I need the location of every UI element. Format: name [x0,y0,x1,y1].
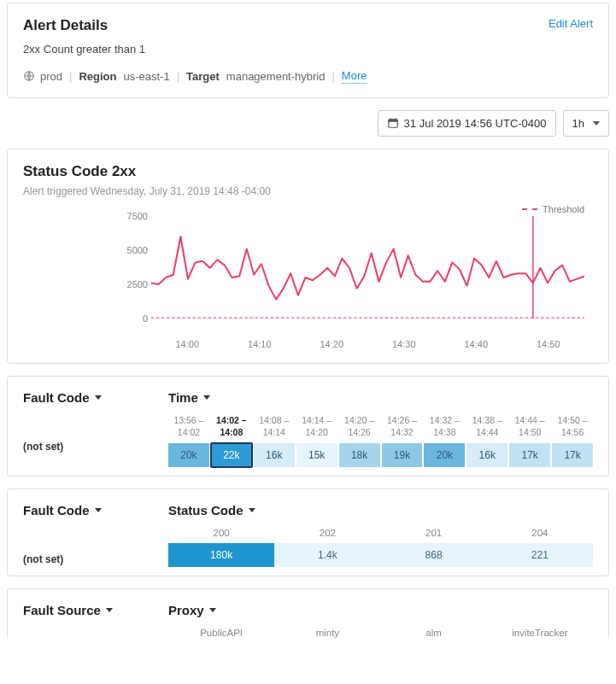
status-code-label: Status Code [168,503,243,517]
alert-subtitle: 2xx Count greater than 1 [23,43,593,56]
target-value: management-hybrid [226,70,326,83]
time-dropdown[interactable]: Time [168,390,210,405]
fault-status-row-label: (not set) [23,553,168,565]
proxy-header: PublicAPI [168,628,274,638]
status-code-cell[interactable]: 180k [168,543,274,567]
chart-x-tick: 14:20 [296,339,368,349]
chart-x-tick: 14:40 [440,339,513,349]
status-code-cell[interactable]: 221 [487,543,593,567]
fault-time-row-label: (not set) [23,441,168,453]
status-code-headers: 200202201204 [168,528,593,538]
proxy-header: alm [381,628,487,638]
region-label: Region [79,70,116,83]
range-picker-button[interactable]: 1h [563,110,609,137]
time-heat-cell[interactable]: 18k [339,443,380,467]
time-bucket-header: 14:50 –14:56 [552,415,593,438]
chevron-down-icon [95,508,102,512]
proxy-headers: PublicAPImintyalminviteTracker [168,628,593,638]
globe-icon [23,70,35,83]
threshold-legend-label: Threshold [543,204,584,214]
chevron-down-icon [249,508,255,512]
status-code-cell[interactable]: 1.4k [274,543,380,567]
chart-y-tick: 0 [115,313,148,324]
status-code-header: 200 [168,528,274,538]
fault-code-dropdown[interactable]: Fault Code [23,390,102,405]
status-code-header: 204 [487,528,593,538]
chart-x-tick: 14:30 [368,339,441,349]
separator: | [177,70,179,83]
chart-y-tick: 7500 [115,211,148,221]
chart-x-tick: 14:00 [151,339,224,349]
chart-legend: Threshold [23,204,593,214]
status-code-dropdown[interactable]: Status Code [168,503,255,517]
time-bucket-header: 14:38 –14:44 [466,415,507,438]
time-bucket-header: 14:20 –14:26 [339,415,380,438]
time-heat-cell[interactable]: 16k [254,443,295,467]
status-code-header: 202 [274,528,380,538]
chart-title: Status Code 2xx [23,163,593,180]
fault-proxy-card: Fault Source Proxy PublicAPImintyalminvi… [7,588,609,638]
proxy-header: minty [274,628,380,638]
proxy-label: Proxy [168,603,204,617]
fault-code-dropdown-2[interactable]: Fault Code [23,503,102,517]
time-heat-cell[interactable]: 17k [509,443,550,467]
time-heat-row: 20k22k16k15k18k19k20k16k17k17k [168,443,593,467]
range-value: 1h [572,117,584,130]
edit-alert-link[interactable]: Edit Alert [549,17,593,30]
env-value: prod [40,70,62,83]
time-bucket-header: 14:44 –14:50 [509,415,550,438]
chart-plot-area: 7500500025000 [151,216,584,336]
time-bucket-header: 14:02 –14:08 [211,415,252,438]
time-heat-cell[interactable]: 20k [424,443,465,467]
fault-source-label: Fault Source [23,603,101,617]
fault-code-label: Fault Code [23,390,90,405]
region-value: us-east-1 [123,70,169,83]
time-heat-cell[interactable]: 20k [168,443,209,467]
time-bucket-header: 14:32 –14:38 [424,415,465,438]
alert-title: Alert Details [23,17,108,34]
chevron-down-icon [95,395,102,400]
time-heat-cell[interactable]: 19k [382,443,423,467]
calendar-icon [387,117,399,130]
status-code-header: 201 [381,528,487,538]
fault-code-label-2: Fault Code [23,503,90,517]
chevron-down-icon [203,395,210,400]
time-heat-cell[interactable]: 16k [466,443,507,467]
timestamp-picker-button[interactable]: 31 Jul 2019 14:56 UTC-0400 [378,110,556,137]
chart-triggered-text: Alert triggered Wednesday, July 31, 2019… [23,185,593,197]
target-label: Target [186,70,220,83]
proxy-header: inviteTracker [487,628,593,638]
time-bucket-header: 14:26 –14:32 [382,415,423,438]
time-heat-cell[interactable]: 22k [211,443,252,467]
chevron-down-icon [106,608,113,612]
time-bucket-headers: 13:56 –14:0214:02 –14:0814:08 –14:1414:1… [168,415,593,438]
alert-meta-row: prod | Region us-east-1 | Target managem… [23,69,593,84]
time-bucket-header: 13:56 –14:02 [168,415,209,438]
chart-y-tick: 5000 [115,245,148,255]
timestamp-value: 31 Jul 2019 14:56 UTC-0400 [404,117,547,130]
time-controls-row: 31 Jul 2019 14:56 UTC-0400 1h [7,110,609,137]
chart-card: Status Code 2xx Alert triggered Wednesda… [7,149,609,364]
time-bucket-header: 14:08 –14:14 [254,415,295,438]
chevron-down-icon [593,121,600,126]
status-code-cell[interactable]: 868 [381,543,487,567]
fault-time-card: Fault Code (not set) Time 13:56 –14:0214… [7,376,609,476]
time-bucket-header: 14:14 –14:20 [296,415,337,438]
threshold-dash-icon [522,208,537,210]
svg-rect-2 [388,120,397,122]
fault-source-dropdown[interactable]: Fault Source [23,603,113,617]
chevron-down-icon [209,608,216,612]
alert-details-card: Alert Details Edit Alert 2xx Count great… [7,3,609,98]
chart-x-tick: 14:50 [513,339,585,349]
fault-status-card: Fault Code (not set) Status Code 2002022… [7,488,609,576]
more-link[interactable]: More [342,69,367,84]
chart-x-axis: 14:0014:1014:2014:3014:4014:50 [151,339,584,349]
proxy-dropdown[interactable]: Proxy [168,603,216,617]
status-code-row: 180k1.4k868221 [168,543,593,567]
separator: | [331,70,334,83]
time-heat-cell[interactable]: 17k [552,443,593,467]
chart-y-tick: 2500 [115,279,148,289]
time-heat-cell[interactable]: 15k [296,443,337,467]
separator: | [69,70,72,83]
chart-x-tick: 14:10 [224,339,296,349]
